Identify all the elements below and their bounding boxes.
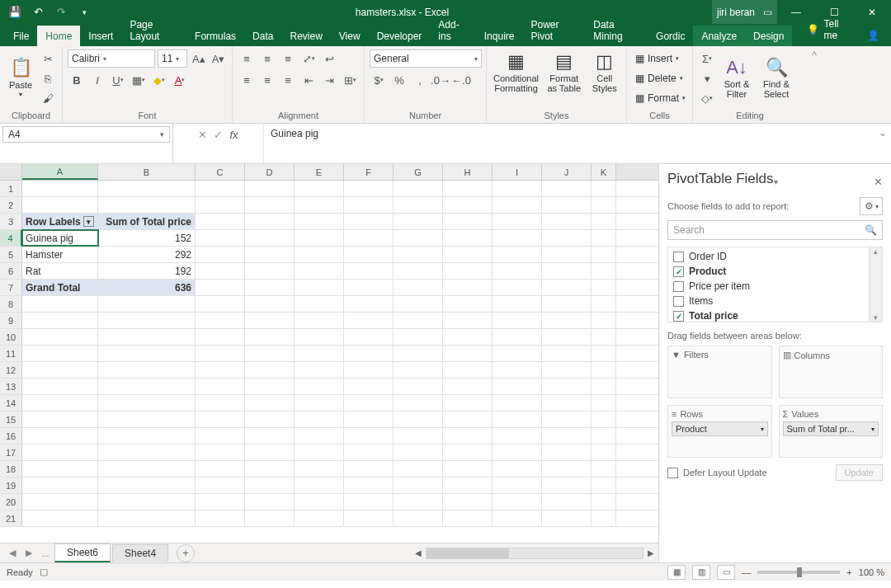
cell[interactable] [592,379,616,394]
cell[interactable] [542,214,592,229]
cell[interactable] [245,510,295,526]
cell[interactable] [196,313,245,328]
row-header[interactable]: 17 [0,445,22,460]
cell[interactable] [443,445,493,460]
align-top-icon[interactable]: ≡ [238,49,256,68]
cell[interactable] [443,395,493,411]
cell[interactable] [98,412,196,427]
pane-dropdown-icon[interactable]: ▾ [774,177,778,186]
cell[interactable] [22,395,98,411]
cell[interactable] [344,263,394,279]
cell[interactable] [344,296,394,312]
page-break-view-button[interactable]: ▭ [717,565,735,580]
tab-review[interactable]: Review [281,26,330,46]
orientation-icon[interactable]: ⤢▾ [299,49,318,68]
cell[interactable] [245,412,295,427]
cell[interactable] [493,395,542,411]
cell[interactable] [592,247,616,262]
cell[interactable] [22,296,98,312]
cell[interactable] [592,346,616,361]
cell[interactable] [592,428,616,444]
row-header[interactable]: 9 [0,313,22,328]
cell[interactable] [196,461,245,477]
cell[interactable] [344,280,394,295]
cell[interactable] [245,313,295,328]
decrease-font-icon[interactable]: A▾ [210,49,227,68]
cell[interactable] [394,263,443,279]
cell[interactable] [493,296,542,312]
page-layout-view-button[interactable]: ▥ [692,565,710,580]
cell[interactable] [245,445,295,460]
cell[interactable] [542,181,592,196]
pivot-row-labels-header[interactable]: Row Labels▾ [22,214,98,229]
find-select-button[interactable]: 🔍Find & Select [757,55,795,101]
cell[interactable] [22,510,98,526]
cell[interactable] [493,362,542,378]
rows-area[interactable]: ≡RowsProduct▾ [667,405,772,458]
row-header[interactable]: 4 [0,230,22,246]
sheet-tab-active[interactable]: Sheet6 [54,543,111,562]
cell[interactable] [493,247,542,262]
row-header[interactable]: 21 [0,510,22,526]
zoom-slider[interactable] [757,571,840,574]
cell[interactable] [245,296,295,312]
row-header[interactable]: 10 [0,329,22,345]
cell[interactable] [22,494,98,510]
cell[interactable] [344,477,394,493]
close-button[interactable]: ✕ [853,0,891,24]
pivot-value[interactable]: 292 [98,247,196,262]
defer-checkbox[interactable] [667,468,678,478]
cell[interactable] [443,329,493,345]
font-size-combo[interactable]: 11▾ [158,49,187,68]
cell[interactable] [493,477,542,493]
cell[interactable] [295,313,344,328]
row-header[interactable]: 13 [0,379,22,394]
field-checkbox[interactable] [673,296,684,307]
cell[interactable] [592,313,616,328]
cell[interactable] [592,461,616,477]
cell[interactable] [295,494,344,510]
wrap-text-icon[interactable]: ↩ [320,49,338,68]
cell[interactable] [22,412,98,427]
column-header[interactable]: K [592,164,616,180]
cell[interactable] [245,428,295,444]
cell[interactable] [493,510,542,526]
cell[interactable] [344,510,394,526]
hscroll-track[interactable] [426,548,644,559]
delete-cells-button[interactable]: ▦ Delete ▾ [632,69,687,87]
chevron-down-icon[interactable]: ▾ [160,130,164,139]
cell[interactable] [542,395,592,411]
cell[interactable] [295,247,344,262]
cell[interactable] [592,296,616,312]
cell[interactable] [542,230,592,246]
cell[interactable] [196,379,245,394]
cell[interactable] [542,477,592,493]
cell[interactable] [443,379,493,394]
cell[interactable] [196,494,245,510]
cell[interactable] [295,346,344,361]
cell[interactable] [493,214,542,229]
cell[interactable] [98,510,196,526]
cell[interactable] [443,296,493,312]
cell[interactable] [295,280,344,295]
select-all-button[interactable] [0,164,22,180]
cell[interactable] [394,247,443,262]
filter-dropdown-icon[interactable]: ▾ [83,216,94,227]
align-right-icon[interactable]: ≡ [279,71,297,89]
cell[interactable] [22,362,98,378]
cell[interactable] [196,346,245,361]
cell[interactable] [245,379,295,394]
cell[interactable] [542,510,592,526]
cell[interactable] [443,247,493,262]
zoom-in-button[interactable]: + [846,567,851,577]
cell[interactable] [493,461,542,477]
cell[interactable] [493,379,542,394]
cell[interactable] [22,445,98,460]
row-header[interactable]: 18 [0,461,22,477]
cell[interactable] [493,329,542,345]
cell[interactable] [542,346,592,361]
cell[interactable] [196,510,245,526]
accounting-icon[interactable]: $▾ [370,71,388,89]
column-header[interactable]: E [295,164,344,180]
fill-color-button[interactable]: ◆▾ [150,71,168,89]
